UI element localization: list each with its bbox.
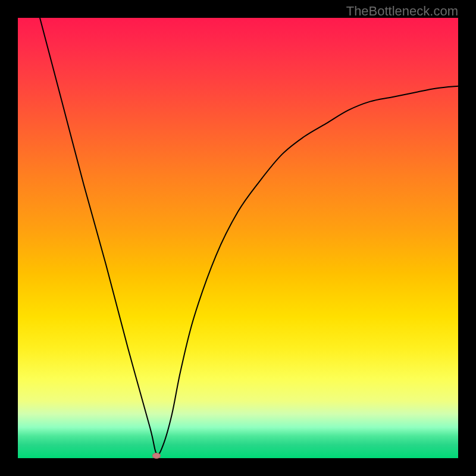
minimum-point-marker [152,453,161,459]
watermark-text: TheBottleneck.com [346,4,458,19]
chart-container: TheBottleneck.com [0,0,476,476]
bottleneck-curve [18,18,458,458]
plot-area [18,18,458,458]
